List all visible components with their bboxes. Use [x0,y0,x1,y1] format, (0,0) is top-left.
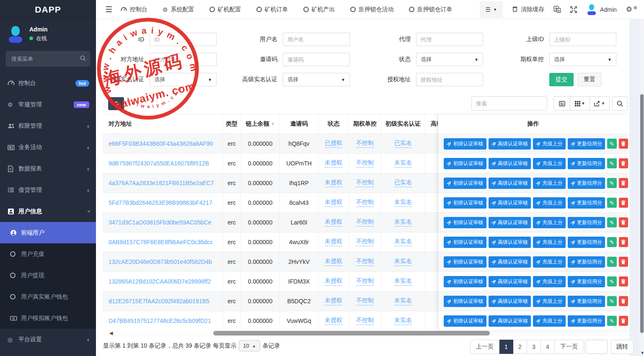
export-button[interactable]: ▼ [590,96,610,111]
recharge-button[interactable]: ≫充值上分 [533,296,566,307]
refresh-button[interactable] [108,97,124,110]
submit-button[interactable]: 提交 [549,73,574,86]
edit-button[interactable]: ✎ [607,217,616,227]
cell-address-value[interactable]: 4a376A7Aa2833e1821FB611B5e2aEC7 [109,180,214,186]
cell-status-value[interactable]: 未授权 [325,297,342,305]
audit-advanced-button[interactable]: ≫高级认证审核 [489,158,531,169]
edit-button[interactable]: ✎ [607,198,616,208]
horizontal-scrollbar[interactable]: ◀ [103,330,628,336]
update-credit-button[interactable]: ≫更新信用分 [568,276,605,287]
invite-code-field[interactable] [287,57,345,63]
audit-advanced-button[interactable]: ≫高级认证审核 [489,237,531,248]
sidebar-item-general[interactable]: ⚙ 常规管理 new [0,94,96,115]
cell-kyc-primary-value[interactable]: 未实名 [394,317,412,325]
update-credit-button[interactable]: ≫更新信用分 [568,178,605,189]
fullscreen-icon[interactable] [570,6,577,13]
audit-advanced-button[interactable]: ≫高级认证审核 [489,178,531,189]
recharge-button[interactable]: ≫充值上分 [533,315,566,327]
cell-kyc-primary-value[interactable]: 未实名 [394,277,412,286]
edit-button[interactable]: ✎ [607,296,616,306]
audit-primary-button[interactable]: ≫初级认证审核 [444,158,486,169]
cell-option-control-value[interactable]: 不控制 [356,199,374,207]
page-button-1[interactable]: 1 [499,340,513,354]
sidebar-item-reports[interactable]: 数据报表 ‹ [0,158,96,179]
delete-button[interactable] [619,316,628,326]
audit-advanced-button[interactable]: ≫高级认证审核 [489,138,531,150]
audit-primary-button[interactable]: ≫初级认证审核 [444,237,486,248]
edit-button[interactable]: ✎ [607,276,616,286]
update-credit-button[interactable]: ≫更新信用分 [568,237,605,248]
recharge-button[interactable]: ≫充值上分 [533,276,566,287]
cell-status-value[interactable]: 未授权 [325,277,342,286]
sidebar-item-business[interactable]: 业务活动 ‹ [0,137,96,158]
edit-button[interactable]: ✎ [607,237,616,247]
audit-primary-button[interactable]: ≫初级认证审核 [444,276,486,287]
cell-address-value[interactable]: 5Fd77B3bd2646253E98B99863bF4217 [109,199,212,206]
cell-address-value[interactable]: e66F5F03B3443B60F43a43828a8AF90 [109,140,213,147]
sidebar-item-demo-wallet[interactable]: 用户模拟账户钱包 [0,307,96,329]
recharge-button[interactable]: ≫充值上分 [533,178,566,189]
cell-address-value[interactable]: 132865A12Bd102CAA006D7e28998ff2 [109,278,211,285]
cell-status-value[interactable]: 未授权 [325,218,342,227]
delete-button[interactable] [619,139,628,149]
username-field[interactable] [287,36,345,43]
delete-button[interactable] [619,257,628,267]
vertical-scrollbar-thumb[interactable] [640,94,644,333]
edit-button[interactable]: ✎ [607,139,616,149]
prev-page-button[interactable]: 上一页 [470,340,499,354]
cell-kyc-primary-value[interactable]: 未实名 [394,258,412,266]
page-button-3[interactable]: 3 [527,340,541,354]
columns-button[interactable]: ▼ [570,96,590,111]
cell-address-value[interactable]: 9dB75987f24307a550EA1607bf8512B [109,160,209,167]
cell-address-value[interactable]: 3471d3C1aD03815Fb30be59AC05bCe [109,219,211,226]
cell-address-value[interactable]: d12E26715E7fAA2c092f492ab0191B5 [109,298,209,304]
cell-option-control-value[interactable]: 不控制 [356,139,374,148]
option-control-select[interactable]: 选择▼ [549,53,616,66]
kyc1-select[interactable]: 选择▼ [150,73,217,86]
update-credit-button[interactable]: ≫更新信用分 [568,315,605,327]
cell-status-value[interactable]: 未授权 [325,179,342,187]
delete-button[interactable] [619,178,628,188]
sort-icon[interactable]: ▲▼ [272,122,275,126]
cell-option-control-value[interactable]: 不控制 [356,277,374,286]
scroll-left-arrow-icon[interactable]: ◀ [109,330,113,336]
settings-cogs-icon[interactable]: ⚙⚙ [626,5,637,14]
recharge-button[interactable]: ≫充值上分 [533,138,566,150]
delete-button[interactable] [619,158,628,168]
cell-option-control-value[interactable]: 不控制 [356,297,374,305]
agent-field[interactable] [421,36,478,43]
nav-item-staking-activity[interactable]: 质押锁仓活动 [350,6,394,13]
cell-status-value[interactable]: 未授权 [325,199,342,207]
delete-button[interactable] [619,198,628,208]
audit-primary-button[interactable]: ≫初级认证审核 [444,315,486,327]
cell-status-value[interactable]: 未授权 [325,258,342,266]
cell-option-control-value[interactable]: 不控制 [356,159,374,168]
update-credit-button[interactable]: ≫更新信用分 [568,158,605,169]
nav-item-console[interactable]: 控制台 [121,6,147,13]
delete-button[interactable] [619,237,628,247]
page-button-2[interactable]: 2 [513,340,527,354]
page-size-select[interactable]: 10▲ [239,340,260,351]
nav-item-system-config[interactable]: ⚙ 系统配置 [163,6,194,13]
nav-item-miner-config[interactable]: 矿机配置 [209,6,241,13]
detail-view-button[interactable] [553,96,570,111]
edit-button[interactable]: ✎ [607,316,616,326]
cell-kyc-primary-value[interactable]: 已实名 [394,139,412,148]
cell-address-value[interactable]: D47BB451575127748cE26c5cb09fD21 [109,317,211,324]
sidebar-item-real-wallet[interactable]: 用户真实账户钱包 [0,286,96,307]
delete-button[interactable] [619,276,628,286]
sidebar-item-lending[interactable]: 借贷管理 ‹ [0,179,96,201]
nav-item-staking-orders[interactable]: 质押锁仓订单 [409,6,453,13]
audit-advanced-button[interactable]: ≫高级认证审核 [489,315,531,327]
audit-advanced-button[interactable]: ≫高级认证审核 [489,217,531,228]
cell-kyc-primary-value[interactable]: 未实名 [394,238,412,246]
audit-advanced-button[interactable]: ≫高级认证审核 [489,197,531,209]
audit-primary-button[interactable]: ≫初级认证审核 [444,217,486,228]
cell-kyc-primary-value[interactable]: 已实名 [394,179,412,187]
audit-advanced-button[interactable]: ≫高级认证审核 [489,256,531,268]
sidebar-item-platform-settings[interactable]: ◎ 平台设置 ‹ [0,329,96,350]
recharge-button[interactable]: ≫充值上分 [533,158,566,169]
sidebar-item-permissions[interactable]: 权限管理 ‹ [0,115,96,137]
cell-kyc-primary-value[interactable]: 未实名 [394,199,412,207]
audit-primary-button[interactable]: ≫初级认证审核 [444,138,486,150]
